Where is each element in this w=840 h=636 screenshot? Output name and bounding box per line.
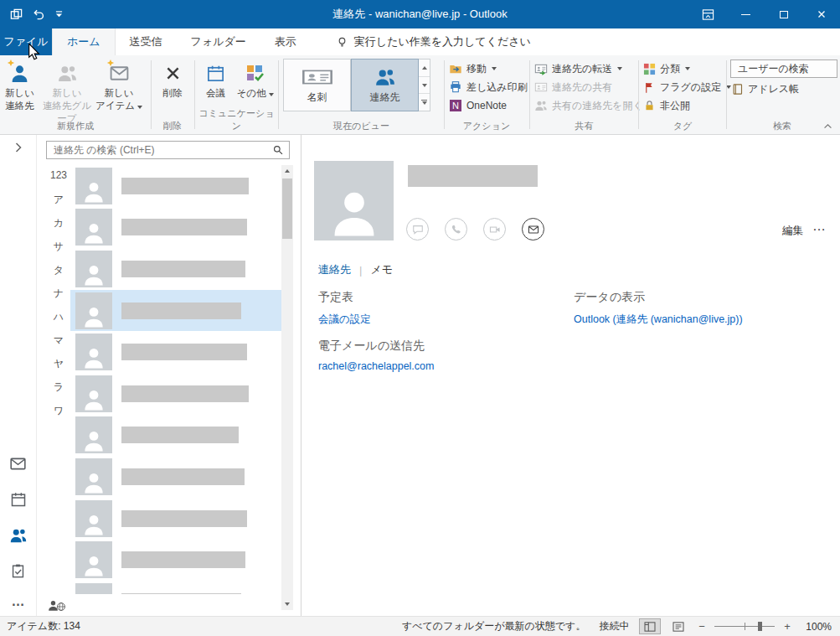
- email-icon[interactable]: [522, 218, 544, 240]
- categorize-button[interactable]: 分類: [639, 59, 726, 78]
- delete-button[interactable]: 削除: [153, 58, 192, 100]
- contact-list-item[interactable]: [70, 581, 288, 594]
- new-items-button[interactable]: 新しいアイテム: [95, 58, 143, 112]
- view-people-button[interactable]: 連絡先: [351, 59, 419, 111]
- reading-pane: 編集 … 連絡先 | メモ 予定表 会議の設定 データの表示 Outlook (…: [301, 135, 840, 616]
- contact-list-item[interactable]: [70, 207, 288, 249]
- tab-file[interactable]: ファイル: [0, 28, 52, 55]
- expand-folder-pane-icon[interactable]: [0, 142, 36, 153]
- more-items-button[interactable]: その他: [234, 58, 276, 100]
- private-button[interactable]: 非公開: [639, 96, 726, 115]
- contact-list-item[interactable]: [70, 498, 288, 540]
- search-people-button[interactable]: ユーザーの検索: [730, 59, 837, 78]
- meeting-button[interactable]: 会議: [198, 58, 234, 100]
- address-book-button[interactable]: アドレス帳: [727, 80, 837, 98]
- contact-list-item[interactable]: [70, 539, 288, 581]
- onenote-button[interactable]: N OneNote: [445, 96, 528, 115]
- gallery-up-icon[interactable]: [419, 59, 430, 77]
- alphabet-index-item[interactable]: ワ: [49, 404, 69, 427]
- scrollbar-thumb[interactable]: [282, 178, 292, 239]
- alphabet-index-item[interactable]: 123: [49, 169, 69, 193]
- alphabet-index-item[interactable]: マ: [49, 334, 69, 357]
- mail-icon[interactable]: [9, 455, 27, 473]
- undo-icon[interactable]: [33, 8, 45, 21]
- redacted-contact-name: [121, 178, 249, 194]
- scroll-up-icon[interactable]: [281, 165, 293, 177]
- alphabet-index-item[interactable]: ハ: [49, 310, 69, 334]
- contact-list-item[interactable]: [70, 373, 288, 415]
- alphabet-index-item[interactable]: ラ: [49, 380, 69, 404]
- scroll-down-icon[interactable]: [281, 598, 293, 610]
- search-icon[interactable]: [272, 144, 284, 156]
- contact-list-item[interactable]: [70, 456, 288, 498]
- view-source-link[interactable]: Outlook (連絡先 (wanichan@live.jp)): [574, 313, 743, 327]
- ribbon-group-label-share: 共有: [530, 120, 638, 132]
- contact-search-input[interactable]: [52, 143, 272, 157]
- tab-contact-card[interactable]: 連絡先: [318, 262, 351, 277]
- contact-search-box[interactable]: [46, 141, 290, 159]
- contact-avatar-icon: [75, 209, 112, 246]
- view-gallery-scrollbar[interactable]: [419, 59, 430, 111]
- people-icon[interactable]: [9, 526, 28, 545]
- contact-list-item[interactable]: [70, 290, 288, 332]
- flag-icon: [643, 81, 656, 94]
- alphabet-index-item[interactable]: タ: [49, 263, 69, 287]
- tab-home[interactable]: ホーム: [52, 28, 116, 55]
- zoom-slider[interactable]: [714, 620, 775, 633]
- zoom-level[interactable]: 100%: [800, 621, 832, 633]
- zoom-in-button[interactable]: +: [781, 620, 793, 633]
- follow-up-button[interactable]: フラグの設定: [639, 78, 726, 96]
- video-icon[interactable]: [483, 218, 506, 240]
- contact-list-item[interactable]: [70, 415, 288, 457]
- close-button[interactable]: [802, 0, 840, 28]
- ribbon-display-options-icon[interactable]: [689, 0, 727, 28]
- open-shared-contacts-button[interactable]: 共有の連絡先を開く: [530, 96, 638, 115]
- zoom-slider-thumb[interactable]: [758, 622, 762, 631]
- email-address-link[interactable]: rachel@rachelappel.com: [318, 360, 434, 372]
- more-options-icon[interactable]: …: [812, 219, 827, 234]
- alphabet-index-item[interactable]: ア: [49, 193, 69, 216]
- collapse-ribbon-icon[interactable]: [823, 123, 832, 129]
- reading-view-button[interactable]: [667, 618, 689, 634]
- maximize-button[interactable]: [765, 0, 802, 28]
- phone-icon[interactable]: [445, 218, 467, 240]
- chat-icon[interactable]: [406, 218, 429, 240]
- alphabet-index-item[interactable]: ヤ: [49, 357, 69, 380]
- new-contact-group-button[interactable]: 新しい連絡先グループ: [39, 58, 95, 125]
- contact-list-scrollbar[interactable]: [281, 165, 293, 610]
- qat-customize-icon[interactable]: [55, 11, 63, 18]
- contact-list-item[interactable]: [70, 331, 288, 373]
- gallery-down-icon[interactable]: [419, 77, 430, 95]
- schedule-meeting-link[interactable]: 会議の設定: [318, 313, 371, 327]
- more-apps-icon[interactable]: …: [12, 597, 25, 606]
- forward-contact-button[interactable]: 連絡先の転送: [530, 59, 638, 78]
- edit-contact-link[interactable]: 編集: [782, 224, 803, 238]
- alphabet-index-item[interactable]: サ: [49, 240, 69, 263]
- tell-me-box[interactable]: 実行したい作業を入力してください: [336, 28, 531, 55]
- tab-folder[interactable]: フォルダー: [177, 28, 260, 55]
- new-items-label: 新しいアイテム: [95, 87, 142, 112]
- share-contacts-button[interactable]: 連絡先の共有: [530, 78, 638, 96]
- tasks-icon[interactable]: [10, 563, 26, 579]
- contact-list-item[interactable]: [70, 165, 288, 207]
- delete-label: 削除: [163, 87, 183, 100]
- gallery-more-icon[interactable]: [419, 94, 430, 111]
- calendar-icon[interactable]: [10, 491, 27, 508]
- alphabet-index-item[interactable]: ナ: [49, 287, 69, 310]
- tab-send-receive[interactable]: 送受信: [116, 28, 177, 55]
- normal-view-button[interactable]: [639, 618, 661, 634]
- mail-merge-button[interactable]: 差し込み印刷: [445, 78, 528, 96]
- move-button[interactable]: 移動: [445, 59, 528, 78]
- zoom-out-button[interactable]: −: [696, 620, 708, 633]
- meeting-label: 会議: [206, 87, 225, 100]
- people-globe-icon[interactable]: [47, 599, 66, 612]
- contact-avatar-icon: [75, 251, 112, 287]
- alphabet-index-item[interactable]: カ: [49, 216, 69, 240]
- contact-list-item[interactable]: [70, 248, 288, 290]
- view-business-card-button[interactable]: 名刺: [283, 59, 351, 111]
- minimize-button[interactable]: [727, 0, 765, 28]
- new-contact-button[interactable]: 新しい連絡先: [0, 58, 39, 112]
- tab-view[interactable]: 表示: [260, 28, 311, 55]
- send-receive-icon[interactable]: [10, 8, 23, 21]
- tab-memo[interactable]: メモ: [370, 262, 393, 277]
